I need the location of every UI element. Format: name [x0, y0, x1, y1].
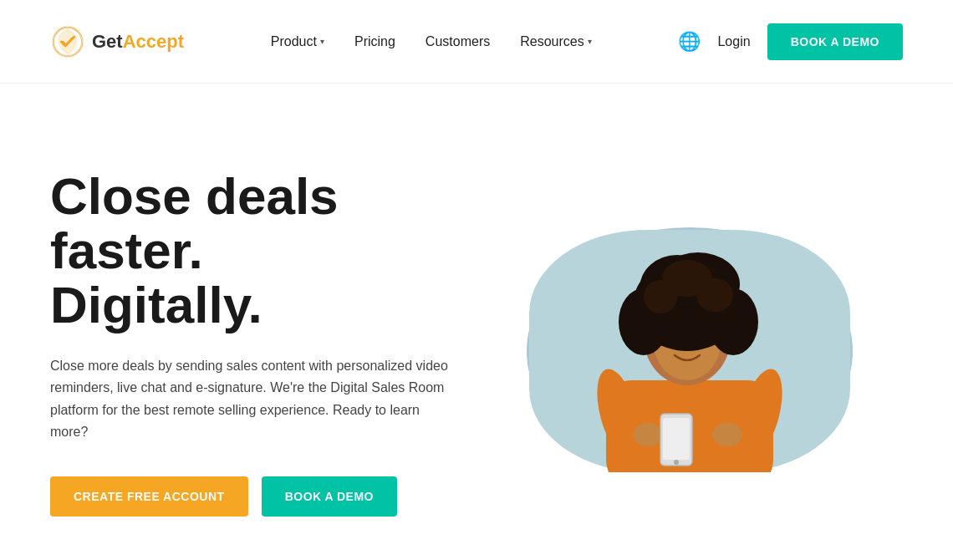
hero-image-area — [476, 125, 903, 560]
nav-resources[interactable]: Resources ▾ — [520, 34, 591, 49]
resources-dropdown-chevron: ▾ — [588, 37, 592, 46]
svg-point-8 — [633, 423, 663, 446]
hero-illustration — [514, 213, 865, 472]
hero-title: Close deals faster. Digitally. — [50, 169, 476, 332]
nav-customers[interactable]: Customers — [426, 34, 490, 49]
hero-book-demo-button[interactable]: BOOK A DEMO — [262, 476, 397, 517]
header-right: 🌐 Login BOOK A DEMO — [678, 23, 903, 60]
svg-point-23 — [662, 260, 712, 297]
site-header: GetAccept Product ▾ Pricing Customers Re… — [0, 0, 953, 84]
svg-point-9 — [712, 423, 742, 446]
nav-product[interactable]: Product ▾ — [271, 34, 324, 49]
product-dropdown-chevron: ▾ — [320, 37, 324, 46]
create-account-button[interactable]: CREATE FREE ACCOUNT — [50, 476, 248, 517]
hero-cta-buttons: CREATE FREE ACCOUNT BOOK A DEMO — [50, 476, 476, 517]
book-demo-button[interactable]: BOOK A DEMO — [767, 23, 903, 60]
nav-pricing[interactable]: Pricing — [354, 34, 395, 49]
logo-icon — [50, 24, 85, 59]
svg-point-12 — [674, 460, 679, 465]
svg-rect-11 — [663, 418, 690, 460]
globe-icon[interactable]: 🌐 — [678, 31, 701, 53]
logo-text: GetAccept — [92, 31, 184, 53]
hero-section: Close deals faster. Digitally. Close mor… — [0, 84, 953, 560]
login-link[interactable]: Login — [717, 34, 750, 49]
main-nav: Product ▾ Pricing Customers Resources ▾ — [271, 34, 592, 49]
hero-description: Close more deals by sending sales conten… — [50, 355, 451, 444]
logo[interactable]: GetAccept — [50, 24, 184, 59]
hero-content: Close deals faster. Digitally. Close mor… — [50, 169, 476, 517]
